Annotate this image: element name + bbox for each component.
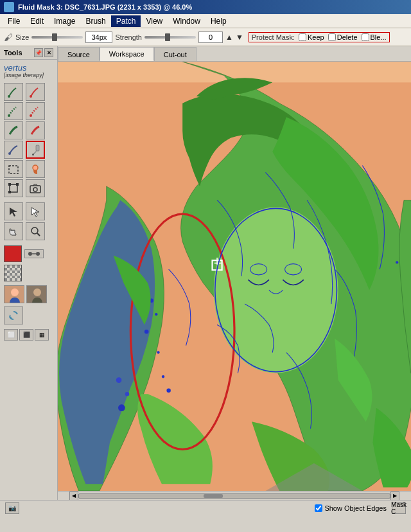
tool-camera[interactable] — [26, 179, 45, 197]
tool-hand[interactable] — [4, 222, 23, 240]
checkerboard-swatch[interactable] — [4, 265, 22, 281]
svg-point-14 — [33, 188, 37, 191]
scroll-right-button[interactable]: ▶ — [390, 492, 399, 501]
blend-checkbox[interactable] — [362, 33, 369, 41]
keep-label: Keep — [308, 33, 324, 41]
tool-select-rect[interactable] — [4, 160, 23, 178]
tool-grid — [0, 80, 57, 200]
size-label: Size — [15, 33, 29, 41]
view-single[interactable]: ⬜ — [4, 329, 18, 341]
scroll-thumb[interactable] — [204, 494, 223, 498]
strength-up-icon[interactable]: ▲ — [225, 33, 233, 42]
tool-eyedropper[interactable] — [26, 141, 45, 159]
checkerboard-row — [0, 265, 57, 284]
show-object-edges-checkbox[interactable] — [315, 504, 322, 512]
tool-brush3[interactable] — [4, 102, 23, 120]
tool-connect[interactable] — [24, 249, 44, 258]
svg-point-2 — [8, 114, 10, 117]
foreground-color[interactable] — [4, 245, 22, 262]
image-canvas — [58, 62, 411, 491]
tools-close-button[interactable]: ✕ — [44, 48, 53, 57]
tool-transform[interactable] — [4, 179, 23, 197]
svg-point-15 — [31, 227, 38, 234]
show-object-edges-label: Show Object Edges — [324, 504, 387, 512]
app-icon — [4, 2, 14, 12]
view-split[interactable]: ⬛ — [19, 329, 33, 341]
delete-checkbox[interactable] — [328, 33, 336, 41]
thumbnail-1[interactable] — [4, 285, 24, 303]
blend-checkbox-group[interactable]: Ble... — [362, 33, 387, 41]
statusbar: 📷 Show Object Edges Mask C — [0, 500, 411, 515]
tools-header: Tools 📌 ✕ — [0, 46, 57, 60]
recycle-row — [0, 305, 57, 326]
extra-brush-tools — [24, 249, 44, 258]
show-object-edges-group[interactable]: Show Object Edges — [315, 504, 387, 512]
menu-patch[interactable]: Patch — [111, 15, 141, 27]
svg-point-0 — [8, 95, 10, 98]
protect-mask-group: Protect Mask: Keep Delete Ble... — [249, 32, 390, 42]
keep-checkbox-group[interactable]: Keep — [299, 33, 324, 41]
size-input[interactable] — [85, 31, 112, 43]
size-slider[interactable] — [31, 36, 83, 39]
protect-mask-label: Protect Mask: — [252, 33, 295, 41]
status-camera-button[interactable]: 📷 — [5, 502, 19, 514]
tool-brush2[interactable] — [26, 83, 45, 101]
canvas-area[interactable] — [58, 62, 411, 491]
tool-brush7[interactable] — [4, 141, 23, 159]
strength-input[interactable] — [198, 31, 223, 43]
svg-point-40 — [116, 377, 122, 383]
view-icons: ⬜ ⬛ ▦ — [0, 326, 57, 343]
window-title: Fluid Mask 3: DSC_7631.JPG (2231 x 3353)… — [18, 3, 192, 11]
tools-title: Tools — [4, 49, 22, 57]
delete-checkbox-group[interactable]: Delete — [328, 33, 358, 41]
mask-c-button[interactable]: Mask C — [392, 502, 406, 514]
tool-reset[interactable] — [4, 306, 23, 324]
titlebar: Fluid Mask 3: DSC_7631.JPG (2231 x 3353)… — [0, 0, 411, 14]
tool-brush1[interactable] — [4, 83, 23, 101]
toolbar: 🖌 Size Strength ▲ ▼ Protect Mask: Keep D… — [0, 28, 411, 46]
svg-rect-11 — [16, 183, 19, 186]
svg-point-41 — [125, 392, 129, 396]
tab-workspace[interactable]: Workspace — [100, 47, 154, 61]
tab-source[interactable]: Source — [58, 47, 100, 61]
view-quad[interactable]: ▦ — [35, 329, 49, 341]
svg-line-16 — [37, 233, 40, 236]
color-swatches — [0, 243, 57, 265]
scroll-track[interactable] — [78, 493, 390, 499]
tool-brush5[interactable] — [4, 121, 23, 139]
menu-file[interactable]: File — [3, 15, 25, 27]
svg-rect-5 — [36, 145, 39, 151]
scroll-left-button[interactable]: ◀ — [69, 492, 78, 501]
brush-icon: 🖌 — [4, 32, 13, 42]
tools-pin-button[interactable]: 📌 — [34, 48, 43, 57]
strength-slider[interactable] — [144, 36, 196, 39]
tool-zoom[interactable] — [26, 222, 45, 240]
svg-point-24 — [214, 207, 338, 373]
vertus-logo: vertus [image therapy] — [0, 60, 57, 80]
menu-window[interactable]: Window — [168, 15, 206, 27]
menu-help[interactable]: Help — [206, 15, 232, 27]
workspace-area: Source Workspace Cut-out — [58, 46, 411, 500]
tool-brush4[interactable] — [26, 102, 45, 120]
strength-down-icon[interactable]: ▼ — [236, 33, 243, 42]
tool-arrow[interactable] — [4, 202, 23, 220]
svg-point-1 — [30, 95, 32, 98]
tool-brush6[interactable] — [26, 121, 45, 139]
menu-brush[interactable]: Brush — [80, 15, 110, 27]
keep-checkbox[interactable] — [299, 33, 306, 41]
thumbnail-2[interactable] — [26, 285, 47, 303]
tool-pointer[interactable] — [26, 202, 45, 220]
tab-cutout[interactable]: Cut-out — [154, 47, 197, 61]
delete-label: Delete — [337, 33, 358, 41]
svg-point-20 — [11, 288, 19, 296]
tabs-bar: Source Workspace Cut-out — [58, 46, 411, 62]
svg-point-42 — [118, 404, 125, 411]
menu-view[interactable]: View — [141, 15, 168, 27]
svg-point-34 — [144, 330, 148, 333]
menu-edit[interactable]: Edit — [25, 15, 49, 27]
svg-point-36 — [162, 375, 164, 378]
svg-point-38 — [396, 261, 398, 263]
menu-image[interactable]: Image — [49, 15, 80, 27]
tool-stamp[interactable] — [26, 160, 45, 178]
horizontal-scrollbar[interactable]: ◀ ▶ — [58, 491, 411, 500]
